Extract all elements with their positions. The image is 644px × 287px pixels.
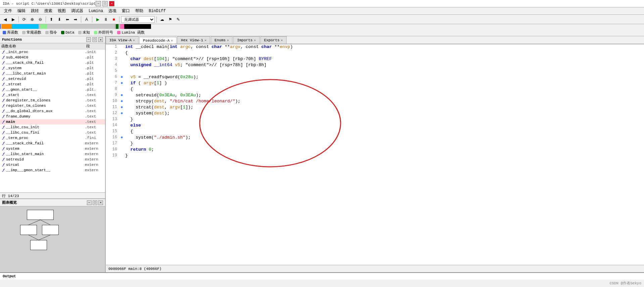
function-segment: .text bbox=[85, 98, 105, 102]
toolbar-btn9[interactable]: A bbox=[83, 16, 90, 23]
menu-item-文件[interactable]: 文件 bbox=[1, 7, 15, 14]
panel-float[interactable]: □ bbox=[92, 37, 97, 42]
col-name: 函数名称 bbox=[0, 44, 85, 49]
function-row[interactable]: 𝑓___stack_chk_fail.plt bbox=[0, 60, 105, 65]
code-line: 4 unsigned __int64 v5; "comment">// [rsp… bbox=[106, 62, 644, 68]
function-name: __libc_start_main bbox=[6, 152, 85, 156]
code-line: 16● system("./admin.sh"); bbox=[106, 135, 644, 141]
line-breakpoint[interactable]: ● bbox=[120, 135, 125, 140]
function-row[interactable]: 𝑓main.text bbox=[0, 119, 105, 125]
tab-close-btn[interactable]: ✕ bbox=[133, 38, 135, 42]
function-row[interactable]: 𝑓deregister_tm_clones.text bbox=[0, 98, 105, 103]
menu-item-调试器[interactable]: 调试器 bbox=[68, 7, 86, 14]
graph-panel-minimize[interactable]: ─ bbox=[87, 200, 92, 205]
code-area: 1int __cdecl main(int argc, const char *… bbox=[106, 44, 644, 159]
toolbar-lumina1[interactable]: ☁ bbox=[158, 16, 166, 23]
type-dot bbox=[78, 31, 82, 34]
functions-title: Functions bbox=[2, 38, 22, 42]
menu-item-跳转[interactable]: 跳转 bbox=[28, 7, 42, 14]
function-row[interactable]: 𝑓__gmon_start__.plt. bbox=[0, 87, 105, 92]
toolbar-btn2[interactable]: ⟳ bbox=[20, 16, 28, 23]
function-row[interactable]: 𝑓_start.text bbox=[0, 92, 105, 98]
panel-close[interactable]: ✕ bbox=[98, 37, 103, 42]
line-breakpoint[interactable]: ● bbox=[120, 93, 125, 98]
debugger-select[interactable]: 无调试器 bbox=[121, 16, 155, 23]
tab-close-btn[interactable]: ✕ bbox=[281, 38, 283, 42]
graph-header: 图表概览 ─ □ ✕ bbox=[0, 199, 105, 206]
function-row[interactable]: 𝑓___libc_start_main.plt bbox=[0, 71, 105, 76]
line-content: } bbox=[125, 117, 643, 122]
menu-item-窗口[interactable]: 窗口 bbox=[119, 7, 133, 14]
function-row[interactable]: 𝑓sub_4004C0.plt bbox=[0, 55, 105, 60]
line-content: int __cdecl main(int argc, const char **… bbox=[125, 44, 643, 49]
toolbar-play[interactable]: ▶ bbox=[94, 16, 101, 23]
function-row[interactable]: 𝑓_setreuid.plt bbox=[0, 76, 105, 82]
function-row[interactable]: 𝑓__do_global_dtors_aux.text bbox=[0, 108, 105, 114]
line-number: 9 bbox=[107, 93, 117, 97]
toolbar-btn6[interactable]: ⬇ bbox=[56, 16, 63, 23]
function-row[interactable]: 𝑓systemextern bbox=[0, 146, 105, 151]
toolbar-btn3[interactable]: ⊕ bbox=[29, 16, 36, 23]
function-row[interactable]: 𝑓_init_proc.init bbox=[0, 49, 105, 55]
code-line: 10● strcpy(dest, "/bin/cat /home/leonard… bbox=[106, 99, 644, 105]
maximize-button[interactable]: □ bbox=[102, 1, 108, 6]
toolbar-lumina2[interactable]: ⚑ bbox=[166, 16, 174, 23]
tab-hex-view-1[interactable]: Hex View-1✕ bbox=[177, 36, 210, 44]
nav-segment bbox=[116, 24, 118, 29]
function-row[interactable]: 𝑓__imp___gmon_start__extern bbox=[0, 168, 105, 173]
tab-close-btn[interactable]: ✕ bbox=[227, 38, 229, 42]
tab-close-btn[interactable]: ✕ bbox=[204, 38, 206, 42]
toolbar-btn7[interactable]: ⬅ bbox=[64, 16, 71, 23]
tab-pseudocode-a[interactable]: Pseudocode-A✕ bbox=[139, 37, 177, 44]
function-row[interactable]: 𝑓__libc_csu_init.text bbox=[0, 125, 105, 130]
function-row[interactable]: 𝑓setreuidextern bbox=[0, 157, 105, 162]
menu-item-帮助[interactable]: 帮助 bbox=[133, 7, 146, 14]
function-row[interactable]: 𝑓_system.plt bbox=[0, 65, 105, 71]
function-row[interactable]: 𝑓_term_proc.fini bbox=[0, 135, 105, 141]
function-row[interactable]: 𝑓_strcat.plt bbox=[0, 82, 105, 87]
menu-item-BinDiff[interactable]: BinDiff bbox=[146, 8, 168, 14]
line-breakpoint[interactable]: ● bbox=[120, 99, 125, 104]
line-breakpoint[interactable]: ● bbox=[120, 111, 125, 116]
menu-item-Lumina[interactable]: Lumina bbox=[86, 8, 106, 14]
menu-item-选项[interactable]: 选项 bbox=[106, 7, 119, 14]
toolbar-forward[interactable]: ▶ bbox=[9, 16, 17, 23]
function-row[interactable]: 𝑓__libc_start_mainextern bbox=[0, 151, 105, 157]
panel-minimize[interactable]: ─ bbox=[86, 37, 91, 42]
status-bar: 0000066F main:8 (40066F) bbox=[106, 265, 644, 272]
function-row[interactable]: 𝑓strcatextern bbox=[0, 162, 105, 168]
tab-ida-view-a[interactable]: IDA View-A✕ bbox=[106, 36, 139, 44]
toolbar-stop[interactable]: ■ bbox=[110, 16, 117, 23]
right-panel: IDA View-A✕Pseudocode-A✕Hex View-1✕Enums… bbox=[106, 36, 644, 272]
toolbar-btn4[interactable]: ⊖ bbox=[37, 16, 44, 23]
menu-item-编辑[interactable]: 编辑 bbox=[15, 7, 28, 14]
toolbar-lumina3[interactable]: ✎ bbox=[175, 16, 182, 23]
toolbar-btn5[interactable]: ⬆ bbox=[48, 16, 55, 23]
minimize-button[interactable]: ─ bbox=[96, 1, 101, 6]
tab-enums[interactable]: Enums✕ bbox=[211, 36, 233, 44]
tab-close-btn[interactable]: ✕ bbox=[171, 39, 173, 43]
tab-exports[interactable]: Exports✕ bbox=[260, 36, 287, 44]
function-row[interactable]: 𝑓register_tm_clones.text bbox=[0, 103, 105, 108]
line-content: { bbox=[125, 87, 643, 92]
line-content: system("./admin.sh"); bbox=[125, 135, 643, 140]
menu-item-搜索[interactable]: 搜索 bbox=[42, 7, 55, 14]
graph-panel-close[interactable]: ✕ bbox=[98, 200, 103, 205]
function-row[interactable]: 𝑓frame_dummy.text bbox=[0, 114, 105, 119]
function-row[interactable]: 𝑓__libc_csu_fini.text bbox=[0, 130, 105, 135]
functions-header-right: ─ □ ✕ bbox=[86, 37, 103, 42]
toolbar-pause[interactable]: ⏸ bbox=[102, 16, 109, 23]
line-breakpoint[interactable]: ● bbox=[120, 75, 125, 80]
toolbar-btn8[interactable]: ➡ bbox=[72, 16, 79, 23]
toolbar-back[interactable]: ◀ bbox=[1, 16, 9, 23]
code-line: 13 } bbox=[106, 117, 644, 123]
menu-item-视图[interactable]: 视图 bbox=[55, 7, 68, 14]
line-breakpoint[interactable]: ● bbox=[120, 81, 125, 86]
tab-imports[interactable]: Imports✕ bbox=[233, 36, 259, 44]
titlebar-title: IDA - script C:\Users\13061\Desktop\scri… bbox=[3, 2, 96, 6]
tab-close-btn[interactable]: ✕ bbox=[254, 38, 256, 42]
close-button[interactable]: ✕ bbox=[109, 1, 114, 6]
line-breakpoint[interactable]: ● bbox=[120, 105, 125, 110]
function-row[interactable]: 𝑓___stack_chk_failextern bbox=[0, 141, 105, 146]
graph-panel-float[interactable]: □ bbox=[93, 200, 97, 205]
